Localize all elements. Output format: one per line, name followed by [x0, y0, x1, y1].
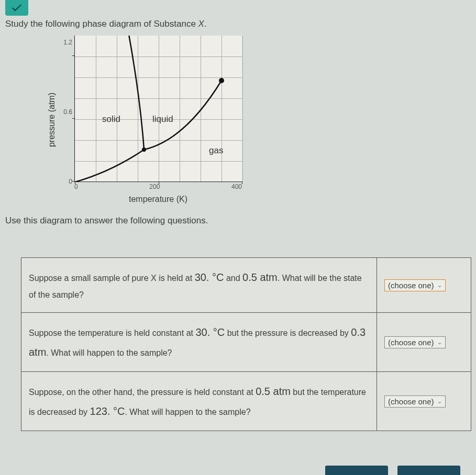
x-tick: 400	[231, 183, 242, 190]
region-label-liquid: liquid	[152, 114, 173, 125]
question-text: Suppose a small sample of pure X is held…	[21, 258, 377, 313]
answer-dropdown[interactable]: (choose one) ⌄	[384, 279, 446, 291]
x-axis-ticks: 0 200 400	[74, 183, 242, 190]
answer-dropdown[interactable]: (choose one) ⌄	[384, 336, 446, 348]
instruction-text: Study the following phase diagram of Sub…	[5, 19, 471, 29]
question-row: Suppose a small sample of pure X is held…	[21, 258, 471, 313]
y-axis-label: pressure (atm)	[47, 93, 57, 147]
question-text: Suppose, on the other hand, the pressure…	[21, 372, 377, 431]
questions-table: Suppose a small sample of pure X is held…	[21, 257, 471, 431]
question-row: Suppose the temperature is held constant…	[21, 313, 471, 372]
phase-diagram: pressure (atm) 1.2 0.6 0	[47, 36, 471, 204]
chevron-down-icon: ⌄	[437, 339, 442, 346]
dropdown-label: (choose one)	[388, 397, 434, 406]
svg-point-1	[219, 78, 224, 83]
instruction-prefix: Study the following phase diagram of Sub…	[5, 19, 198, 29]
question-text: Suppose the temperature is held constant…	[21, 313, 377, 372]
region-label-gas: gas	[209, 145, 223, 156]
dropdown-label: (choose one)	[388, 281, 434, 290]
action-button[interactable]	[397, 466, 460, 475]
x-tick: 0	[74, 183, 78, 190]
region-label-solid: solid	[102, 114, 120, 125]
chevron-down-icon: ⌄	[437, 282, 442, 289]
use-instruction: Use this diagram to answer the following…	[5, 216, 471, 226]
chevron-down-icon: ⌄	[437, 398, 442, 405]
question-row: Suppose, on the other hand, the pressure…	[21, 372, 471, 431]
plot-area: solid liquid gas	[74, 36, 242, 182]
phase-curves	[75, 36, 242, 182]
y-tick: 1.2	[59, 39, 72, 46]
svg-point-0	[142, 148, 146, 152]
instruction-suffix: .	[204, 19, 207, 29]
dropdown-label: (choose one)	[388, 338, 434, 347]
bottom-buttons	[325, 466, 460, 475]
status-checkmark-tab	[5, 0, 28, 16]
x-tick: 200	[149, 183, 160, 190]
y-tick: 0	[59, 178, 72, 185]
instruction-substance: X	[198, 19, 204, 29]
checkmark-icon	[12, 4, 22, 12]
y-tick: 0.6	[59, 108, 72, 116]
y-axis-ticks: 1.2 0.6 0	[59, 36, 74, 182]
x-axis-label: temperature (K)	[74, 195, 242, 204]
action-button[interactable]	[325, 466, 388, 475]
answer-dropdown[interactable]: (choose one) ⌄	[384, 395, 446, 408]
